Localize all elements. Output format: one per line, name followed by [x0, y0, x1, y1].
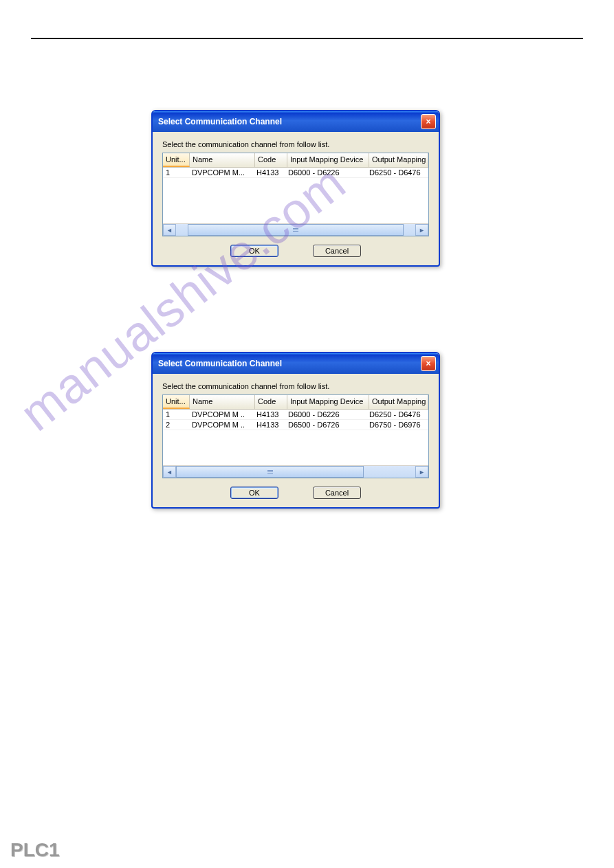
list-header: Unit... Name Code Input Mapping Device O… — [163, 153, 428, 168]
cell-unit: 1 — [163, 410, 189, 419]
col-header-input[interactable]: Input Mapping Device — [287, 395, 369, 409]
cell-unit: 2 — [163, 420, 189, 430]
ok-button[interactable]: OK — [230, 245, 278, 257]
cell-output: D6250 - D6476 — [366, 168, 428, 177]
cancel-button[interactable]: Cancel — [313, 245, 361, 257]
chevron-right-icon: ► — [419, 227, 425, 234]
cancel-button[interactable]: Cancel — [313, 487, 361, 499]
scroll-thumb[interactable] — [188, 224, 404, 236]
horizontal-scrollbar[interactable]: ◄ ► — [163, 223, 428, 236]
chevron-right-icon: ► — [419, 469, 425, 476]
list-item[interactable]: 1 DVPCOPM M... H4133 D6000 - D6226 D6250… — [163, 168, 428, 178]
titlebar[interactable]: Select Communication Channel × — [153, 353, 439, 374]
instruction-label: Select the communication channel from fo… — [162, 140, 429, 148]
page-rule — [31, 38, 583, 39]
cell-unit: 1 — [163, 168, 189, 177]
scroll-thumb[interactable] — [176, 466, 364, 478]
window-title: Select Communication Channel — [158, 117, 421, 126]
scroll-track[interactable] — [176, 224, 415, 236]
channel-list[interactable]: Unit... Name Code Input Mapping Device O… — [162, 394, 429, 478]
col-header-unit[interactable]: Unit... — [163, 395, 190, 409]
col-header-output[interactable]: Output Mapping De — [369, 395, 428, 409]
titlebar[interactable]: Select Communication Channel × — [153, 111, 439, 132]
communication-dialog-2: Select Communication Channel × Select th… — [151, 352, 440, 509]
cell-code: H4133 — [254, 420, 285, 430]
cell-name: DVPCOPM M .. — [189, 420, 254, 430]
cell-input: D6000 - D6226 — [285, 410, 366, 419]
col-header-output[interactable]: Output Mapping De — [369, 153, 428, 167]
window-title: Select Communication Channel — [158, 359, 421, 368]
col-header-code[interactable]: Code — [255, 395, 287, 409]
cell-input: D6500 - D6726 — [285, 420, 366, 430]
scroll-track[interactable] — [176, 466, 415, 478]
cell-output: D6750 - D6976 — [366, 420, 428, 430]
col-header-input[interactable]: Input Mapping Device — [287, 153, 369, 167]
cell-name: DVPCOPM M... — [189, 168, 254, 177]
col-header-unit[interactable]: Unit... — [163, 153, 190, 167]
col-header-name[interactable]: Name — [190, 153, 255, 167]
chevron-left-icon: ◄ — [166, 469, 173, 476]
close-button[interactable]: × — [421, 114, 436, 129]
communication-dialog-1: Select Communication Channel × Select th… — [151, 110, 440, 267]
plc-logo: PLC1 — [10, 839, 60, 861]
cell-code: H4133 — [254, 410, 285, 419]
cell-output: D6250 - D6476 — [366, 410, 428, 419]
cell-input: D6000 - D6226 — [285, 168, 366, 177]
scroll-right-button[interactable]: ► — [415, 466, 428, 478]
list-item[interactable]: 2 DVPCOPM M .. H4133 D6500 - D6726 D6750… — [163, 420, 428, 430]
cell-name: DVPCOPM M .. — [189, 410, 254, 419]
col-header-code[interactable]: Code — [255, 153, 287, 167]
instruction-label: Select the communication channel from fo… — [162, 382, 429, 390]
scroll-left-button[interactable]: ◄ — [163, 466, 176, 478]
list-item[interactable]: 1 DVPCOPM M .. H4133 D6000 - D6226 D6250… — [163, 410, 428, 420]
ok-button[interactable]: OK — [230, 487, 278, 499]
close-icon: × — [426, 359, 430, 368]
cell-code: H4133 — [254, 168, 285, 177]
col-header-name[interactable]: Name — [190, 395, 255, 409]
chevron-left-icon: ◄ — [166, 227, 173, 234]
close-button[interactable]: × — [421, 356, 436, 371]
horizontal-scrollbar[interactable]: ◄ ► — [163, 465, 428, 478]
channel-list[interactable]: Unit... Name Code Input Mapping Device O… — [162, 153, 429, 236]
list-header: Unit... Name Code Input Mapping Device O… — [163, 395, 428, 410]
scroll-right-button[interactable]: ► — [415, 224, 428, 236]
scroll-left-button[interactable]: ◄ — [163, 224, 176, 236]
close-icon: × — [426, 117, 430, 126]
